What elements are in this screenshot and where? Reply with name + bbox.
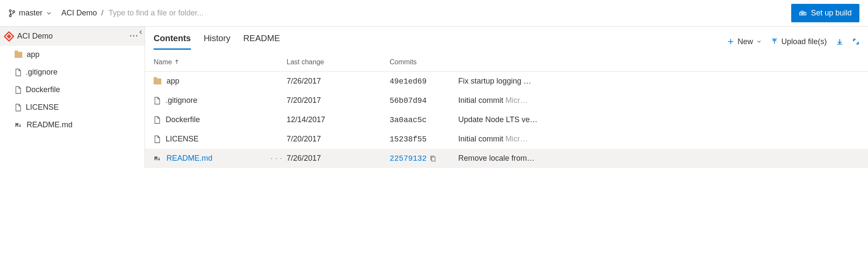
- breadcrumb: ACI Demo /: [61, 8, 279, 18]
- path-search-input[interactable]: [108, 8, 279, 18]
- file-tree-sidebar: ACI Demo ··· app.gitignoreDockerfileLICE…: [0, 27, 145, 168]
- tree-item[interactable]: app: [0, 46, 145, 63]
- row-message: Initial commit Micr…: [458, 135, 859, 144]
- folder-icon: [154, 78, 161, 84]
- chevron-down-icon: [46, 10, 52, 16]
- plus-icon: [727, 38, 734, 45]
- upload-button[interactable]: Upload file(s): [771, 37, 827, 46]
- table-header: Name Last change Commits: [145, 53, 868, 72]
- tree-item[interactable]: Dockerfile: [0, 81, 145, 99]
- tree-item-label: LICENSE: [26, 103, 59, 112]
- row-date: 12/14/2017: [287, 115, 390, 124]
- build-icon: [799, 8, 807, 18]
- branch-icon: [9, 9, 15, 18]
- column-commits[interactable]: Commits: [390, 58, 458, 66]
- tree-item-label: app: [27, 50, 39, 59]
- row-date: 7/20/2017: [287, 96, 390, 105]
- download-icon: [836, 38, 843, 45]
- tree-item-label: README.md: [27, 120, 73, 129]
- tree-root-more-icon[interactable]: ···: [130, 32, 139, 41]
- tab-contents[interactable]: Contents: [154, 33, 191, 50]
- column-name[interactable]: Name: [154, 58, 287, 66]
- copy-icon[interactable]: [430, 155, 436, 162]
- upload-label: Upload file(s): [781, 37, 827, 46]
- branch-selector[interactable]: master: [9, 9, 57, 18]
- svg-point-2: [13, 10, 15, 12]
- row-name: LICENSE: [166, 135, 199, 144]
- file-icon: [15, 69, 21, 76]
- row-commit-hash[interactable]: 56b07d94: [390, 96, 426, 105]
- content-tabs: Contents History README: [154, 33, 280, 50]
- row-message: Initial commit Micr…: [458, 96, 859, 105]
- repo-icon: [3, 31, 14, 42]
- row-commit-hash[interactable]: 3a0aac5c: [390, 116, 426, 124]
- table-row[interactable]: app7/26/201749e1ed69Fix startup logging …: [145, 72, 868, 91]
- sort-up-icon: [175, 58, 179, 66]
- tab-history[interactable]: History: [204, 33, 230, 50]
- tab-readme[interactable]: README: [243, 33, 280, 50]
- file-icon: [15, 86, 21, 94]
- row-commit-hash[interactable]: 49e1ed69: [390, 77, 426, 86]
- row-date: 7/20/2017: [287, 135, 390, 144]
- row-name: README.md: [166, 154, 212, 163]
- expand-icon: [853, 38, 859, 45]
- table-row[interactable]: M↓README.md· · ·7/26/201722579132Remove …: [145, 149, 868, 168]
- new-label: New: [738, 37, 753, 46]
- tree-root-label: ACI Demo: [17, 32, 53, 41]
- tree-item[interactable]: .gitignore: [0, 63, 145, 81]
- markdown-icon: M↓: [15, 122, 22, 128]
- row-message: Remove locale from…: [458, 154, 859, 163]
- column-last-change[interactable]: Last change: [287, 58, 390, 66]
- row-name: app: [166, 77, 179, 86]
- row-commit-hash[interactable]: 15238f55: [390, 135, 426, 144]
- file-icon: [154, 116, 160, 124]
- breadcrumb-separator: /: [101, 9, 103, 18]
- row-message: Fix startup logging …: [458, 77, 859, 86]
- row-name: .gitignore: [166, 96, 197, 105]
- file-icon: [154, 97, 160, 105]
- table-row[interactable]: LICENSE7/20/201715238f55Initial commit M…: [145, 129, 868, 149]
- setup-build-button[interactable]: Set up build: [791, 4, 859, 22]
- download-button[interactable]: [836, 38, 843, 45]
- new-menu[interactable]: New: [727, 37, 762, 46]
- folder-icon: [15, 52, 22, 58]
- tree-item[interactable]: LICENSE: [0, 99, 145, 116]
- fullscreen-button[interactable]: [853, 38, 859, 45]
- collapse-sidebar-icon[interactable]: [139, 29, 143, 36]
- tree-item[interactable]: M↓README.md: [0, 116, 145, 134]
- table-row[interactable]: Dockerfile12/14/20173a0aac5cUpdate Node …: [145, 110, 868, 129]
- tree-item-label: .gitignore: [26, 68, 57, 77]
- chevron-down-icon: [756, 39, 762, 44]
- file-icon: [15, 104, 21, 111]
- branch-name: master: [19, 9, 42, 18]
- row-name: Dockerfile: [166, 115, 200, 124]
- row-more-icon[interactable]: · · ·: [271, 155, 287, 162]
- markdown-icon: M↓: [154, 156, 161, 162]
- row-commit-hash[interactable]: 22579132: [390, 154, 426, 163]
- setup-build-label: Set up build: [811, 9, 852, 18]
- upload-icon: [771, 38, 778, 45]
- svg-rect-4: [432, 157, 435, 161]
- row-message: Update Node LTS ve…: [458, 115, 859, 124]
- row-date: 7/26/2017: [287, 77, 390, 86]
- row-date: 7/26/2017: [287, 154, 390, 163]
- tree-root[interactable]: ACI Demo ···: [0, 27, 145, 46]
- table-row[interactable]: .gitignore7/20/201756b07d94Initial commi…: [145, 91, 868, 110]
- svg-point-0: [9, 9, 11, 11]
- tree-item-label: Dockerfile: [26, 85, 60, 94]
- svg-point-1: [9, 15, 11, 16]
- file-icon: [154, 135, 160, 143]
- breadcrumb-repo[interactable]: ACI Demo: [61, 9, 97, 18]
